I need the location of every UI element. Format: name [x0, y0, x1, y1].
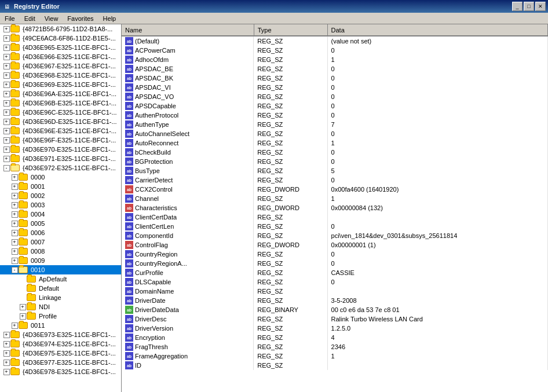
close-button[interactable]: ✕ — [535, 2, 546, 11]
tree-expander[interactable] — [2, 62, 10, 70]
tree-expander[interactable] — [19, 284, 27, 292]
tree-item[interactable]: {4D36E966-E325-11CE-BFC1-... — [0, 52, 121, 61]
table-row[interactable]: abClientCertLenREG_SZ0 — [122, 222, 548, 231]
tree-item[interactable]: {4D36E974-E325-11CE-BFC1-... — [0, 339, 121, 349]
menu-item-favorites[interactable]: Favorites — [63, 14, 98, 23]
table-row[interactable]: abCCX2ControlREG_DWORD0x00fa4600 (164019… — [122, 185, 548, 194]
tree-item[interactable]: {4D36E967-E325-11CE-BFC1-... — [0, 61, 121, 71]
menu-item-edit[interactable]: Edit — [20, 14, 40, 23]
tree-item[interactable]: {4D36E96E-E325-11CE-BFC1-... — [0, 126, 121, 135]
table-row[interactable]: abCarrierDetectREG_SZ0 — [122, 175, 548, 185]
menu-item-file[interactable]: File — [0, 14, 20, 23]
tree-item[interactable]: {4D36E96B-E325-11CE-BFC1-... — [0, 98, 121, 108]
tree-item[interactable]: {48721B56-6795-11D2-B1A8-... — [0, 24, 121, 34]
tree-expander[interactable] — [2, 108, 10, 116]
tree-expander[interactable] — [10, 219, 19, 228]
tree-item[interactable]: {49CE6AC8-6F86-11D2-B1E5-... — [0, 34, 121, 43]
table-row[interactable]: abDomainNameREG_SZ — [122, 287, 548, 296]
tree-expander[interactable] — [2, 118, 10, 126]
tree-item[interactable]: {4D36E96C-E325-11CE-BFC1-... — [0, 108, 121, 117]
tree-item[interactable]: {4D36E973-E325-11CE-BFC1-... — [0, 330, 121, 339]
table-row[interactable]: abAutoChannelSelectREG_SZ0 — [122, 129, 548, 138]
table-row[interactable]: abFrameAggregationREG_SZ1 — [122, 351, 548, 361]
table-row[interactable]: abAuthenTypeREG_SZ7 — [122, 120, 548, 129]
tree-expander[interactable] — [2, 90, 10, 98]
tree-expander[interactable] — [2, 80, 10, 89]
tree-item[interactable]: {4D36E965-E325-11CE-BFC1-... — [0, 43, 121, 52]
tree-item[interactable]: {4D36E971-E325-11CE-BFC1-... — [0, 154, 121, 163]
table-row[interactable]: abDriverVersionREG_SZ1.2.5.0 — [122, 324, 548, 333]
tree-expander[interactable] — [2, 53, 10, 61]
table-row[interactable]: abChannelREG_SZ1 — [122, 194, 548, 203]
tree-item[interactable]: {4D36E96A-E325-11CE-BFC1-... — [0, 89, 121, 98]
table-row[interactable]: abBGProtectionREG_SZ0 — [122, 157, 548, 166]
tree-expander[interactable] — [10, 201, 19, 209]
table-row[interactable]: abAdhocOfdmREG_SZ1 — [122, 55, 548, 64]
tree-item[interactable]: 0011 — [0, 321, 121, 330]
table-row[interactable]: abbCheckBuildREG_SZ0 — [122, 148, 548, 157]
table-row[interactable]: abCurProfileREG_SZCASSIE — [122, 268, 548, 277]
tree-item[interactable]: 0004 — [0, 210, 121, 219]
column-header-data[interactable]: Data — [327, 24, 547, 36]
tree-expander[interactable] — [10, 182, 19, 190]
tree-expander[interactable] — [2, 368, 10, 376]
table-row[interactable]: abIDREG_SZ — [122, 361, 548, 370]
tree-item[interactable]: 0010 — [0, 265, 121, 274]
tree-item[interactable]: {4D36E968-E325-11CE-BFC1-... — [0, 71, 121, 80]
tree-item[interactable]: Default — [0, 284, 121, 293]
table-row[interactable]: abComponentIdREG_SZpci\ven_1814&dev_0301… — [122, 231, 548, 240]
tree-item[interactable]: 0005 — [0, 219, 121, 228]
tree-expander[interactable] — [2, 25, 10, 33]
tree-expander[interactable] — [10, 257, 19, 265]
tree-expander[interactable] — [10, 321, 19, 329]
tree-item[interactable]: {4D36E978-E325-11CE-BFC1-... — [0, 367, 121, 376]
column-header-name[interactable]: Name — [122, 24, 254, 36]
tree-item[interactable]: NDI — [0, 302, 121, 312]
table-row[interactable]: abAutoReconnectREG_SZ1 — [122, 138, 548, 148]
column-header-type[interactable]: Type — [254, 24, 327, 36]
tree-item[interactable]: 0009 — [0, 256, 121, 265]
table-row[interactable]: abClientCertDataREG_SZ — [122, 213, 548, 222]
table-row[interactable]: abDLSCapableREG_SZ0 — [122, 277, 548, 287]
maximize-button[interactable]: □ — [524, 2, 534, 11]
tree-expander[interactable] — [2, 340, 10, 348]
tree-expander[interactable] — [2, 164, 10, 172]
tree-expander[interactable] — [2, 136, 10, 144]
tree-item[interactable]: 0000 — [0, 173, 121, 182]
tree-expander[interactable] — [2, 331, 10, 339]
tree-item[interactable]: {4D36E972-E325-11CE-BFC1-... — [0, 163, 121, 173]
tree-expander[interactable] — [10, 247, 19, 255]
table-row[interactable]: abAuthenProtocolREG_SZ0 — [122, 111, 548, 120]
table-row[interactable]: abAPSDAC_BEREG_SZ0 — [122, 64, 548, 74]
menu-item-view[interactable]: View — [40, 14, 63, 23]
tree-expander[interactable] — [10, 229, 19, 237]
tree-item[interactable]: {4D36E977-E325-11CE-BFC1-... — [0, 358, 121, 367]
tree-expander[interactable] — [2, 145, 10, 153]
tree-expander[interactable] — [2, 43, 10, 52]
table-row[interactable]: abEncryptionREG_SZ4 — [122, 333, 548, 342]
tree-expander[interactable] — [10, 266, 19, 274]
tree-expander[interactable] — [10, 192, 19, 200]
tree-expander[interactable] — [2, 358, 10, 367]
table-row[interactable]: abDriverDateDataREG_BINARY00 c0 e6 da 53… — [122, 305, 548, 314]
tree-item[interactable]: Linkage — [0, 293, 121, 302]
table-row[interactable]: abControlFlagREG_DWORD0x00000001 (1) — [122, 240, 548, 250]
tree-item[interactable]: 0001 — [0, 182, 121, 191]
tree-item[interactable]: ApDefault — [0, 274, 121, 284]
table-row[interactable]: abFragThreshREG_SZ2346 — [122, 342, 548, 351]
table-row[interactable]: abCharacteristicsREG_DWORD0x00000084 (13… — [122, 203, 548, 213]
tree-item[interactable]: {4D36E96F-E325-11CE-BFC1-... — [0, 135, 121, 145]
tree-item[interactable]: {4D36E975-E325-11CE-BFC1-... — [0, 349, 121, 358]
table-row[interactable]: abDriverDateREG_SZ3-5-2008 — [122, 296, 548, 305]
tree-expander[interactable] — [19, 275, 27, 283]
tree-expander[interactable] — [2, 349, 10, 357]
tree-item[interactable]: Profile — [0, 312, 121, 321]
table-row[interactable]: ab(Default)REG_SZ(value not set) — [122, 36, 548, 46]
tree-expander[interactable] — [2, 99, 10, 107]
table-row[interactable]: abBusTypeREG_SZ5 — [122, 166, 548, 175]
table-row[interactable]: abCountryRegionREG_SZ0 — [122, 250, 548, 259]
tree-expander[interactable] — [10, 173, 19, 181]
tree-expander[interactable] — [19, 303, 27, 311]
tree-item[interactable]: 0002 — [0, 191, 121, 200]
tree-item[interactable]: {4D36E970-E325-11CE-BFC1-... — [0, 145, 121, 154]
